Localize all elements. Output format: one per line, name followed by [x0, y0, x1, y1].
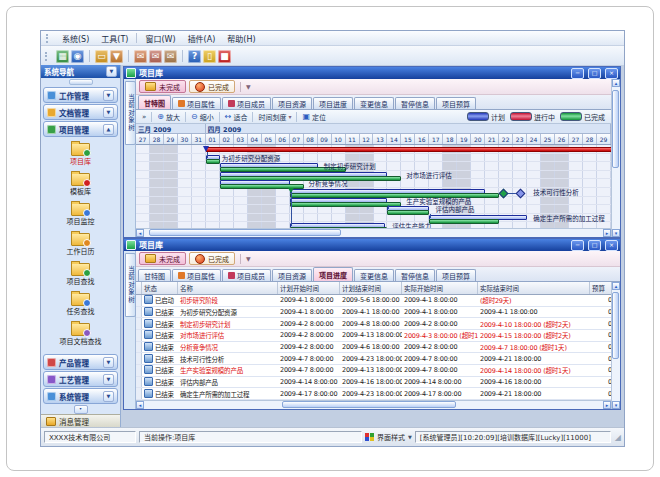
interface-style-label[interactable]: 界面样式	[377, 432, 405, 442]
mail-send-icon[interactable]: ✉	[164, 50, 177, 63]
mail-icon[interactable]: ✉	[134, 50, 147, 63]
column-header-实际开始时间[interactable]: 实际开始时间	[402, 282, 478, 294]
scroll-left-icon[interactable]: ◂	[136, 229, 144, 237]
table-horizontal-scrollbar[interactable]: ◂ ▸	[136, 400, 611, 409]
sidebar-splitter-handle[interactable]	[41, 78, 120, 86]
gantt-tool-放大[interactable]: ⊕放大	[154, 112, 183, 122]
gantt-tool-缩小[interactable]: ⊖缩小	[188, 112, 217, 122]
minimize-button[interactable]: ─	[571, 240, 584, 251]
tab-暂停信息[interactable]: 暂停信息	[395, 269, 435, 281]
menu-item[interactable]: 系统(S)	[56, 32, 95, 45]
tab-甘特图[interactable]: 甘特图	[138, 269, 171, 281]
gantt-tool-定位[interactable]: ▣定位	[299, 112, 329, 122]
maximize-button[interactable]: □	[588, 240, 601, 251]
chevron-icon[interactable]: ▼	[103, 374, 114, 385]
table-row[interactable]: 已结束分析竞争情况2009-4-2 8:00:002009-4-6 18:00:…	[136, 342, 611, 354]
scroll-right-icon[interactable]: ▸	[603, 229, 611, 237]
table-row[interactable]: 已结束对市场进行评估2009-4-2 8:00:002009-4-13 18:0…	[136, 330, 611, 342]
sidebar-item-项目监控[interactable]: 项目监控	[41, 199, 120, 229]
tab-项目进度[interactable]: 项目进度	[313, 97, 353, 109]
import-folder-icon[interactable]: ▼	[110, 50, 123, 63]
new-icon[interactable]: ▦	[56, 50, 69, 63]
window-titlebar[interactable]: 项目库 ─ □ ×	[124, 67, 620, 79]
window-titlebar[interactable]: 项目库 ─ □ ×	[124, 239, 620, 251]
tab-项目成员[interactable]: 项目成员	[222, 269, 271, 281]
scroll-up-icon[interactable]: ▴	[612, 282, 620, 290]
globe-icon[interactable]: ◉	[71, 50, 84, 63]
scrollbar-thumb[interactable]	[149, 229, 342, 236]
gantt-horizontal-scrollbar[interactable]: ◂ ▸	[136, 228, 611, 237]
column-header-实际结束时间[interactable]: 实际结束时间	[478, 282, 590, 294]
gantt-tool-适合[interactable]: ↔适合	[222, 112, 251, 122]
menu-item[interactable]: 窗口(W)	[139, 32, 181, 45]
summary-bar[interactable]	[206, 147, 611, 152]
toolbar-more-button[interactable]: »	[139, 113, 149, 121]
tab-current-object-tree[interactable]: 当前对象树	[125, 81, 136, 145]
table-row[interactable]: 已结束为初步研究分配资源2009-4-1 8:00:002009-4-1 18:…	[136, 307, 611, 319]
scrollbar-thumb[interactable]	[282, 401, 456, 408]
sidebar-item-模板库[interactable]: 模板库	[41, 169, 120, 199]
chevron-icon[interactable]: ▲	[103, 124, 114, 135]
tab-项目属性[interactable]: 项目属性	[172, 97, 221, 109]
tab-项目资源[interactable]: 项目资源	[272, 97, 312, 109]
scrollbar-thumb[interactable]	[612, 292, 619, 359]
sidebar-item-任务查找[interactable]: 任务查找	[41, 289, 120, 319]
scroll-up-icon[interactable]: ▴	[612, 79, 620, 87]
tab-项目进度[interactable]: 项目进度	[313, 267, 353, 281]
sidebar-group-项目管理[interactable]: 项目管理▲	[43, 121, 118, 137]
sidebar-group-工作管理[interactable]: 工作管理▼	[43, 87, 118, 103]
filter-button-未完成[interactable]: 未完成	[139, 80, 186, 93]
menu-item[interactable]: 帮助(H)	[221, 32, 261, 45]
sidebar-group-文档管理[interactable]: 文档管理▼	[43, 104, 118, 120]
help-icon[interactable]: ?	[188, 50, 201, 63]
tab-甘特图[interactable]: 甘特图	[138, 95, 171, 109]
close-button[interactable]: ×	[605, 240, 618, 251]
menu-item[interactable]: 插件(A)	[182, 32, 222, 45]
table-row[interactable]: 已启动初步研究阶段2009-4-1 8:00:002009-5-6 18:00:…	[136, 295, 611, 307]
sidebar-overflow-button[interactable]: ▾	[41, 405, 120, 414]
filter-button-已完成[interactable]: 已完成	[189, 80, 235, 93]
maximize-button[interactable]: □	[588, 68, 601, 79]
sidebar-item-项目库[interactable]: 项目库	[41, 139, 120, 169]
lock-icon[interactable]: ▯	[203, 50, 216, 63]
gantt-vertical-scrollbar[interactable]: ▴ ▾	[611, 79, 620, 237]
open-folder-icon[interactable]: ▭	[95, 50, 108, 63]
chevron-icon[interactable]: ▼	[103, 391, 114, 402]
table-row[interactable]: 已结束生产实验室规模的产品2009-4-7 8:00:002009-4-13 1…	[136, 365, 611, 377]
tab-项目预算[interactable]: 项目预算	[436, 97, 476, 109]
menu-item[interactable]: 工具(T)	[95, 32, 134, 45]
column-header-名称[interactable]: 名称	[178, 282, 278, 294]
gantt-tool-时间刻度[interactable]: 时间刻度▾	[255, 112, 294, 122]
column-header-计划开始时间[interactable]: 计划开始时间	[278, 282, 340, 294]
chevron-icon[interactable]: ▼	[103, 357, 114, 368]
sidebar-item-工作日历[interactable]: 工作日历	[41, 229, 120, 259]
exit-icon[interactable]: ■	[218, 50, 231, 63]
sidebar-group-工艺管理[interactable]: 工艺管理▼	[43, 371, 118, 387]
table-vertical-scrollbar[interactable]: ▴ ▾	[611, 282, 620, 409]
table-row[interactable]: 已结束确定生产所需的加工过程2009-4-17 8:00:002009-4-23…	[136, 388, 611, 400]
sidebar-group-产品管理[interactable]: 产品管理▼	[43, 354, 118, 370]
task-progress-bar[interactable]	[290, 227, 388, 228]
scroll-left-icon[interactable]: ◂	[136, 401, 144, 409]
chevron-down-icon[interactable]: ▼	[408, 434, 412, 440]
scrollbar-thumb[interactable]	[612, 90, 619, 168]
column-header-计划结束时间[interactable]: 计划结束时间	[340, 282, 402, 294]
tab-current-object-tree[interactable]: 当前对象树	[125, 253, 136, 317]
sidebar-item-项目文档查找[interactable]: 项目文档查找	[41, 319, 120, 349]
tab-项目成员[interactable]: 项目成员	[222, 97, 271, 109]
minimize-button[interactable]: ─	[571, 68, 584, 79]
tab-暂停信息[interactable]: 暂停信息	[395, 97, 435, 109]
filter-button-已完成[interactable]: 已完成	[189, 252, 235, 265]
tab-项目属性[interactable]: 项目属性	[172, 269, 221, 281]
chevron-icon[interactable]: ▼	[103, 107, 114, 118]
sidebar-item-项目查找[interactable]: 项目查找	[41, 259, 120, 289]
scroll-right-icon[interactable]: ▸	[603, 401, 611, 409]
tab-项目资源[interactable]: 项目资源	[272, 269, 312, 281]
toolbar-overflow-icon[interactable]: ▼	[246, 83, 251, 90]
toolbar-overflow-icon[interactable]: ▼	[246, 255, 251, 262]
mail-open-icon[interactable]: ✉	[149, 50, 162, 63]
close-button[interactable]: ×	[605, 68, 618, 79]
scroll-down-icon[interactable]: ▾	[612, 401, 620, 409]
table-row[interactable]: 已结束评估内部产品2009-4-14 8:00:002009-4-16 18:0…	[136, 377, 611, 389]
tab-变更信息[interactable]: 变更信息	[354, 97, 394, 109]
